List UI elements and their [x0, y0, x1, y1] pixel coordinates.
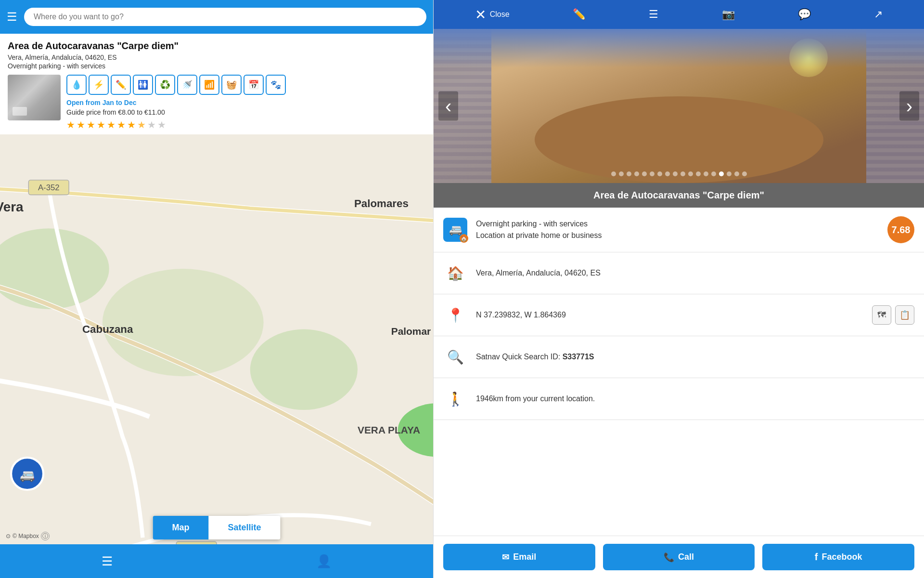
- top-bar: ☰: [0, 0, 433, 34]
- email-icon: ✉: [502, 552, 509, 563]
- svg-text:Vera: Vera: [0, 199, 24, 214]
- mapbox-text: © Mapbox: [13, 533, 39, 539]
- call-button[interactable]: 📞 Call: [603, 544, 755, 570]
- dot-16[interactable]: [727, 171, 732, 176]
- phone-icon: 📞: [664, 552, 674, 563]
- walking-icon: 🚶: [447, 391, 464, 407]
- camera-icon: 📷: [722, 8, 735, 21]
- dot-7[interactable]: [657, 171, 662, 176]
- satnav-row: 🔍 Satnav Quick Search ID: S33771S: [434, 336, 924, 378]
- listing-name: Area de Autocaravanas "Carpe diem": [8, 40, 425, 52]
- dot-12[interactable]: [696, 171, 701, 176]
- email-button[interactable]: ✉ Email: [443, 544, 595, 570]
- satnav-text: Satnav Quick Search ID: S33771S: [476, 351, 914, 363]
- dot-3[interactable]: [627, 171, 631, 176]
- email-label: Email: [513, 552, 536, 562]
- satnav-icon-wrap: 🔍: [443, 345, 467, 369]
- star-7: ★: [127, 119, 136, 131]
- svg-text:Palomares: Palomares: [354, 197, 409, 210]
- close-button[interactable]: ✕ Close: [475, 7, 510, 23]
- dot-1[interactable]: [611, 171, 616, 176]
- address-row: 🏠 Vera, Almería, Andalucía, 04620, ES: [434, 252, 924, 294]
- dot-8[interactable]: [665, 171, 670, 176]
- photo-next-button[interactable]: ›: [899, 92, 919, 121]
- distance-text: 1946km from your current location.: [476, 393, 914, 405]
- home-sub-icon: 🏠: [460, 234, 468, 243]
- call-label: Call: [678, 552, 694, 562]
- search-input[interactable]: [24, 8, 426, 26]
- svg-text:Cabuzana: Cabuzana: [82, 323, 133, 335]
- amenity-calendar: 📅: [244, 75, 264, 95]
- info-icon[interactable]: ⓘ: [41, 532, 50, 540]
- dot-11[interactable]: [688, 171, 693, 176]
- dot-13[interactable]: [704, 171, 708, 176]
- close-label: Close: [490, 10, 510, 19]
- list-nav-icon[interactable]: ☰: [102, 554, 113, 569]
- dot-2[interactable]: [619, 171, 624, 176]
- satellite-view-button[interactable]: Satellite: [208, 516, 280, 539]
- mapbox-logo-icon: ⊙: [6, 533, 11, 539]
- right-top-bar: ✕ Close ✏️ ☰ 📷 💬 ↗: [434, 0, 924, 29]
- satnav-label: Satnav Quick Search ID:: [476, 353, 563, 361]
- photo-prev-button[interactable]: ‹: [438, 92, 458, 121]
- amenity-pets: 🐾: [266, 75, 286, 95]
- svg-text:Palomar Bajo: Palomar Bajo: [391, 326, 433, 337]
- bottom-nav: ☰ 👤: [0, 544, 433, 578]
- facebook-label: Facebook: [822, 552, 862, 562]
- edit-icon: ✏️: [573, 8, 586, 21]
- dot-9[interactable]: [673, 171, 678, 176]
- photo-dots: [611, 171, 747, 176]
- star-6: ★: [117, 119, 126, 131]
- map-copy-button[interactable]: 🗺: [872, 305, 891, 325]
- info-header: Area de Autocaravanas "Carpe diem" Vera,…: [0, 34, 433, 134]
- menu-icon[interactable]: ☰: [7, 10, 17, 24]
- dot-10[interactable]: [680, 171, 685, 176]
- map-view-button[interactable]: Map: [153, 516, 208, 539]
- location-pin-icon: 📍: [447, 307, 464, 323]
- coord-actions: 🗺 📋: [872, 305, 914, 325]
- dot-15[interactable]: [719, 171, 724, 176]
- close-icon: ✕: [475, 7, 486, 23]
- share-button[interactable]: ↗: [874, 8, 883, 21]
- profile-nav-icon[interactable]: 👤: [316, 554, 332, 569]
- distance-row: 🚶 1946km from your current location.: [434, 378, 924, 420]
- share-icon: ↗: [874, 8, 883, 21]
- edit-button[interactable]: ✏️: [573, 8, 586, 21]
- svg-text:🚐: 🚐: [20, 468, 35, 483]
- amenity-water: 💧: [66, 75, 87, 95]
- type-description: Overnight parking - with servicesLocatio…: [476, 218, 879, 241]
- list-icon: ☰: [649, 8, 658, 21]
- svg-rect-9: [176, 541, 217, 544]
- campervan-type-icon-wrap: 🚐 🏠: [443, 218, 467, 242]
- chat-button[interactable]: 💬: [798, 8, 811, 21]
- listing-thumbnail[interactable]: [8, 75, 61, 120]
- mapbox-watermark: ⊙ © Mapbox ⓘ: [6, 532, 50, 540]
- campervan-type-icon: 🚐 🏠: [443, 218, 467, 242]
- amenity-wifi: 📶: [199, 75, 219, 95]
- clipboard-button[interactable]: 📋: [895, 305, 914, 325]
- detail-section: 🚐 🏠 Overnight parking - with servicesLoc…: [434, 208, 924, 536]
- dot-6[interactable]: [650, 171, 654, 176]
- amenity-toilet: 🚻: [133, 75, 153, 95]
- dot-18[interactable]: [742, 171, 747, 176]
- dot-4[interactable]: [634, 171, 639, 176]
- location-icon-wrap: 📍: [443, 303, 467, 327]
- star-5: ★: [107, 119, 116, 131]
- listing-type: Overnight parking - with services: [8, 62, 425, 70]
- amenities-block: 💧 ⚡ ✏️ 🚻 ♻️ 🚿 📶 🧺 📅 🐾 Open from Jan to D…: [66, 75, 425, 131]
- search-icon: 🔍: [447, 349, 464, 365]
- amenity-icons: 💧 ⚡ ✏️ 🚻 ♻️ 🚿 📶 🧺 📅 🐾: [66, 75, 425, 95]
- listing-price: Guide price from €8.00 to €11.00: [66, 108, 425, 116]
- open-season: Open from Jan to Dec: [66, 99, 425, 106]
- map-area[interactable]: A-352 N-340a A-352 Vera Cabuzana Palomar…: [0, 134, 433, 544]
- dot-14[interactable]: [711, 171, 716, 176]
- amenity-laundry: 🧺: [221, 75, 242, 95]
- left-panel: ☰ Area de Autocaravanas "Carpe diem" Ver…: [0, 0, 433, 578]
- svg-text:A-352: A-352: [38, 183, 60, 192]
- list-button[interactable]: ☰: [649, 8, 658, 21]
- chat-icon: 💬: [798, 8, 811, 21]
- camera-button[interactable]: 📷: [722, 8, 735, 21]
- facebook-button[interactable]: f Facebook: [762, 544, 914, 570]
- dot-17[interactable]: [734, 171, 739, 176]
- dot-5[interactable]: [642, 171, 647, 176]
